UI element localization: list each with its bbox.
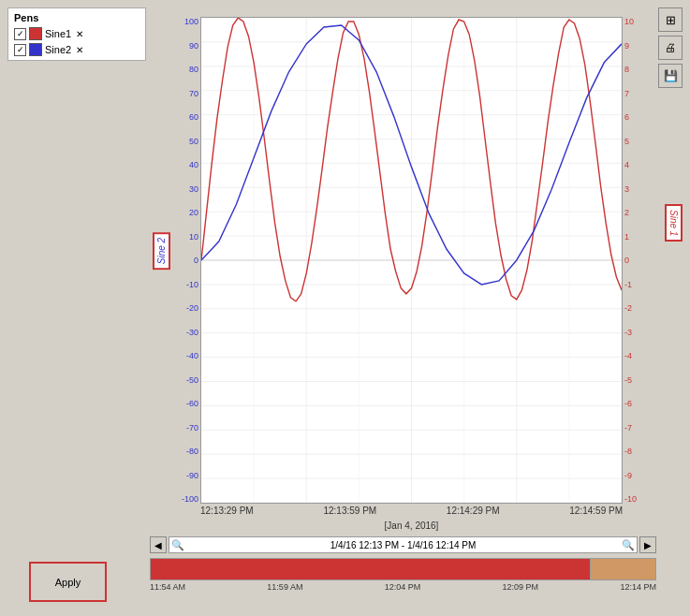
sine2-axis-label: Sine 2 (153, 232, 170, 270)
fullscreen-button[interactable]: ⊞ (658, 7, 683, 32)
sine2-close[interactable]: ✕ (76, 45, 83, 55)
pen-item-sine1: ✓ Sine1 ✕ (14, 27, 139, 40)
overview-window[interactable] (590, 559, 655, 579)
y-axis-left: 100 90 80 70 60 50 40 30 20 10 0 -10 -20… (172, 17, 198, 504)
y-axis-right: 10 9 8 7 6 5 4 3 2 1 0 -1 -2 -3 -4 -5 -6… (624, 17, 651, 504)
nav-left-arrow[interactable]: ◀ (150, 536, 167, 553)
tl-1: 11:54 AM (150, 582, 185, 592)
sine1-checkbox[interactable]: ✓ (14, 28, 26, 40)
sine1-color (29, 27, 42, 40)
pens-panel: Pens ✓ Sine1 ✕ ✓ Sine2 ✕ (7, 7, 146, 61)
zoom-in-icon-left[interactable]: 🔍 (171, 539, 184, 551)
timeline-labels: 11:54 AM 11:59 AM 12:04 PM 12:09 PM 12:1… (150, 582, 656, 592)
overview-bar[interactable] (150, 558, 656, 580)
x-label-2: 12:13:59 PM (323, 506, 376, 516)
nav-bar: ◀ 🔍 🔍 ▶ (150, 535, 656, 554)
tl-2: 11:59 AM (267, 582, 302, 592)
x-label-3: 12:14:29 PM (447, 506, 500, 516)
tl-3: 12:04 PM (385, 582, 421, 592)
sine1-close[interactable]: ✕ (76, 29, 83, 39)
pen-item-sine2: ✓ Sine2 ✕ (14, 43, 139, 56)
nav-range-input[interactable] (169, 536, 638, 553)
zoom-out-icon-right[interactable]: 🔍 (622, 539, 635, 551)
x-label-1: 12:13:29 PM (200, 506, 254, 516)
toolbar: ⊞ 🖨 💾 (658, 7, 683, 88)
apply-button[interactable]: Apply (29, 562, 107, 602)
chart-plot (200, 17, 623, 504)
pens-title: Pens (14, 12, 139, 23)
save-button[interactable]: 💾 (658, 64, 683, 88)
sine2-color (29, 43, 42, 56)
print-button[interactable]: 🖨 (658, 36, 683, 60)
chart-svg (201, 18, 622, 503)
sine1-label: Sine1 (45, 28, 71, 39)
nav-right-arrow[interactable]: ▶ (639, 536, 656, 553)
sine2-label: Sine2 (45, 44, 71, 55)
sine2-checkbox[interactable]: ✓ (14, 44, 26, 56)
date-label: [Jan 4, 2016] (200, 521, 623, 531)
tl-4: 12:09 PM (503, 582, 539, 592)
tl-5: 12:14 PM (620, 582, 656, 592)
x-label-4: 12:14:59 PM (569, 506, 623, 516)
x-axis-labels: 12:13:29 PM 12:13:59 PM 12:14:29 PM 12:1… (200, 506, 623, 516)
sine1-axis-label: Sine 1 (665, 204, 683, 242)
